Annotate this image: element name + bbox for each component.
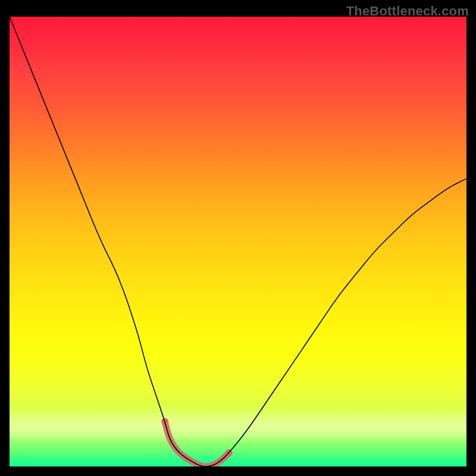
bottleneck-curve	[10, 17, 466, 466]
curve-svg	[10, 17, 466, 466]
chart-stage: TheBottleneck.com	[0, 0, 476, 476]
plot-area	[10, 17, 466, 466]
curve-highlight	[165, 421, 229, 466]
